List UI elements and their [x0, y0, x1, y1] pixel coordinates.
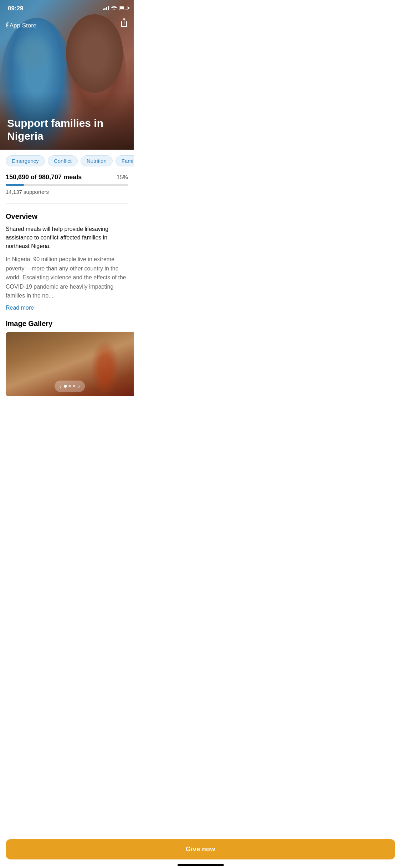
wifi-icon	[111, 5, 117, 11]
gallery-prev-arrow[interactable]: ‹	[60, 383, 61, 389]
gallery-dot-1	[64, 385, 67, 388]
gallery-section: Image Gallery ‹ ›	[0, 314, 134, 396]
meals-count: 150,690 of 980,707 meals	[6, 174, 82, 181]
gallery-dot-2	[69, 385, 71, 387]
status-icons	[103, 5, 128, 11]
gallery-preview[interactable]: ‹ ›	[6, 332, 134, 396]
progress-section: 150,690 of 980,707 meals 15% 14,137 supp…	[0, 171, 134, 201]
tag-conflict[interactable]: Conflict	[48, 155, 78, 166]
signal-icon	[103, 6, 109, 10]
gallery-next-arrow[interactable]: ›	[78, 383, 80, 389]
overview-section: Overview Shared meals will help provide …	[0, 207, 134, 314]
progress-percent: 15%	[117, 174, 128, 181]
progress-header: 150,690 of 980,707 meals 15%	[6, 174, 128, 181]
progress-bar-fill	[6, 184, 24, 186]
battery-icon	[119, 6, 128, 10]
overview-body-text: In Nigeria, 90 million people live in ex…	[6, 255, 128, 300]
content-section: Emergency Conflict Nutrition Families CO…	[0, 150, 134, 432]
read-more-link[interactable]: Read more	[6, 305, 34, 311]
gallery-dots	[64, 385, 76, 388]
back-button[interactable]: ‹	[6, 19, 9, 29]
hero-title: Support families in Nigeria	[7, 117, 127, 143]
share-button[interactable]	[120, 18, 128, 30]
tags-row: Emergency Conflict Nutrition Families CO…	[0, 150, 134, 171]
divider	[6, 203, 128, 204]
gallery-title: Image Gallery	[6, 320, 134, 328]
overview-title: Overview	[6, 212, 128, 221]
status-bar: 09:29	[0, 0, 134, 16]
status-time: 09:29	[8, 5, 23, 12]
gallery-navigation[interactable]: ‹ ›	[55, 381, 85, 392]
tag-families[interactable]: Families	[115, 155, 134, 166]
nav-bar: ‹	[0, 16, 134, 31]
tag-emergency[interactable]: Emergency	[6, 155, 45, 166]
gallery-dot-3	[73, 385, 76, 387]
tag-nutrition[interactable]: Nutrition	[81, 155, 113, 166]
progress-bar-background	[6, 184, 128, 186]
supporters-count: 14,137 supporters	[6, 189, 128, 195]
overview-lead-text: Shared meals will help provide lifesavin…	[6, 225, 128, 250]
